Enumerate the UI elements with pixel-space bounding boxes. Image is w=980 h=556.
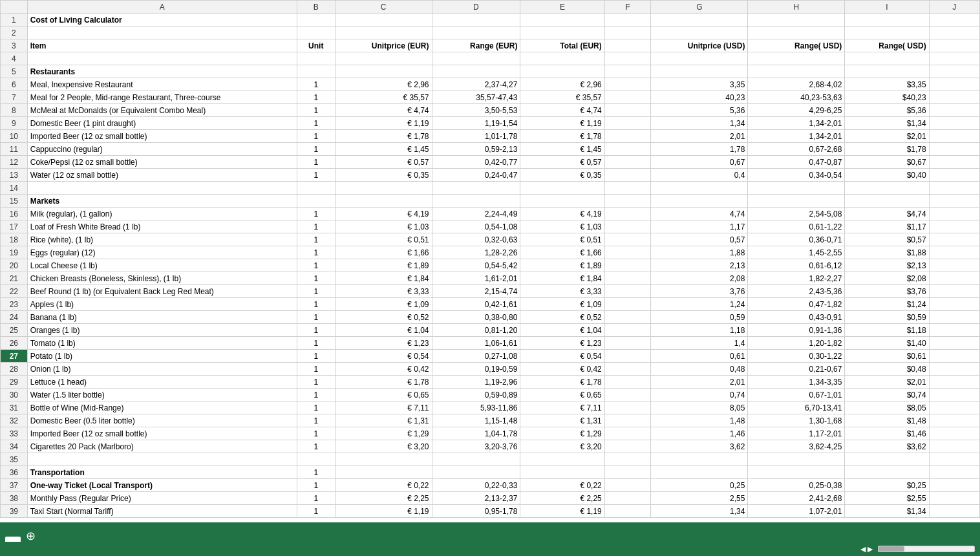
cell-d-5[interactable] — [432, 65, 520, 78]
cell-d-1[interactable] — [432, 14, 520, 27]
cell-f-18[interactable] — [604, 233, 651, 246]
cell-i-4[interactable] — [845, 52, 929, 65]
cell-g-15[interactable] — [651, 195, 748, 208]
cell-f-29[interactable] — [604, 376, 651, 389]
cell-d-3[interactable]: Range (EUR) — [432, 39, 520, 52]
cell-c-10[interactable]: € 1,78 — [335, 130, 432, 143]
cell-a-3[interactable]: Item — [27, 39, 297, 52]
cell-a-39[interactable]: Taxi Start (Normal Tariff) — [27, 505, 297, 518]
cell-a-26[interactable]: Tomato (1 lb) — [27, 337, 297, 350]
cell-f-1[interactable] — [604, 14, 651, 27]
cell-b-29[interactable]: 1 — [297, 376, 335, 389]
cell-f-5[interactable] — [604, 65, 651, 78]
cell-a-19[interactable]: Eggs (regular) (12) — [27, 246, 297, 259]
cell-d-19[interactable]: 1,28-2,26 — [432, 246, 520, 259]
col-header-h[interactable]: H — [748, 1, 845, 14]
cell-c-16[interactable]: € 4,19 — [335, 208, 432, 220]
cell-h-25[interactable]: 0,91-1,36 — [748, 324, 845, 337]
cell-b-17[interactable]: 1 — [297, 220, 335, 233]
cell-e-24[interactable]: € 0,52 — [520, 311, 604, 324]
cell-a-20[interactable]: Local Cheese (1 lb) — [27, 259, 297, 272]
cell-d-14[interactable] — [432, 182, 520, 195]
cell-d-38[interactable]: 2,13-2,37 — [432, 492, 520, 505]
cell-e-15[interactable] — [520, 195, 604, 208]
cell-a-27[interactable]: Potato (1 lb) — [27, 350, 297, 363]
cell-a-9[interactable]: Domestic Beer (1 pint draught) — [27, 117, 297, 130]
cell-a-8[interactable]: McMeal at McDonalds (or Equivalent Combo… — [27, 104, 297, 117]
cell-g-17[interactable]: 1,17 — [651, 220, 748, 233]
cell-c-26[interactable]: € 1,23 — [335, 337, 432, 350]
cell-g-34[interactable]: 3,62 — [651, 440, 748, 453]
cell-j-31[interactable] — [929, 401, 979, 414]
cell-g-5[interactable] — [651, 65, 748, 78]
cell-h-4[interactable] — [748, 52, 845, 65]
cell-e-4[interactable] — [520, 52, 604, 65]
cell-a-13[interactable]: Water (12 oz small bottle) — [27, 169, 297, 182]
cell-a-33[interactable]: Imported Beer (12 oz small bottle) — [27, 427, 297, 440]
cell-b-13[interactable]: 1 — [297, 169, 335, 182]
cell-b-6[interactable]: 1 — [297, 78, 335, 91]
cell-d-28[interactable]: 0,19-0,59 — [432, 363, 520, 376]
cell-a-21[interactable]: Chicken Breasts (Boneless, Skinless), (1… — [27, 272, 297, 285]
cell-a-4[interactable] — [27, 52, 297, 65]
cell-j-3[interactable] — [929, 39, 979, 52]
cell-f-37[interactable] — [604, 479, 651, 492]
cell-c-25[interactable]: € 1,04 — [335, 324, 432, 337]
cell-g-29[interactable]: 2,01 — [651, 376, 748, 389]
cell-g-27[interactable]: 0,61 — [651, 350, 748, 363]
cell-b-31[interactable]: 1 — [297, 401, 335, 414]
cell-d-21[interactable]: 1,61-2,01 — [432, 272, 520, 285]
cell-c-2[interactable] — [335, 27, 432, 39]
cell-c-4[interactable] — [335, 52, 432, 65]
cell-b-18[interactable]: 1 — [297, 233, 335, 246]
row-number[interactable]: 5 — [1, 65, 28, 78]
cell-j-29[interactable] — [929, 376, 979, 389]
cell-a-22[interactable]: Beef Round (1 lb) (or Equivalent Back Le… — [27, 285, 297, 298]
cell-i-23[interactable]: $1,24 — [845, 298, 929, 311]
cell-b-26[interactable]: 1 — [297, 337, 335, 350]
cell-i-21[interactable]: $2,08 — [845, 272, 929, 285]
row-number[interactable]: 2 — [1, 27, 28, 39]
cell-c-24[interactable]: € 0,52 — [335, 311, 432, 324]
cell-j-6[interactable] — [929, 78, 979, 91]
cell-e-39[interactable]: € 1,19 — [520, 505, 604, 518]
cell-e-37[interactable]: € 0,22 — [520, 479, 604, 492]
row-number[interactable]: 6 — [1, 78, 28, 91]
cell-i-34[interactable]: $3,62 — [845, 440, 929, 453]
cell-h-11[interactable]: 0,67-2,68 — [748, 143, 845, 156]
cell-i-18[interactable]: $0,57 — [845, 233, 929, 246]
cell-j-32[interactable] — [929, 414, 979, 427]
row-number[interactable]: 7 — [1, 91, 28, 104]
cell-b-32[interactable]: 1 — [297, 414, 335, 427]
cell-e-8[interactable]: € 4,74 — [520, 104, 604, 117]
cell-h-5[interactable] — [748, 65, 845, 78]
cell-b-9[interactable]: 1 — [297, 117, 335, 130]
cell-g-18[interactable]: 0,57 — [651, 233, 748, 246]
cell-i-37[interactable]: $0,25 — [845, 479, 929, 492]
cell-d-35[interactable] — [432, 453, 520, 466]
cell-f-15[interactable] — [604, 195, 651, 208]
cell-b-11[interactable]: 1 — [297, 143, 335, 156]
cell-g-20[interactable]: 2,13 — [651, 259, 748, 272]
col-header-i[interactable]: I — [845, 1, 929, 14]
cell-a-34[interactable]: Cigarettes 20 Pack (Marlboro) — [27, 440, 297, 453]
cell-a-24[interactable]: Banana (1 lb) — [27, 311, 297, 324]
cell-h-1[interactable] — [748, 14, 845, 27]
cell-e-32[interactable]: € 1,31 — [520, 414, 604, 427]
cell-j-1[interactable] — [929, 14, 979, 27]
cell-g-14[interactable] — [651, 182, 748, 195]
cell-c-27[interactable]: € 0,54 — [335, 350, 432, 363]
cell-e-14[interactable] — [520, 182, 604, 195]
cell-b-36[interactable]: 1 — [297, 466, 335, 479]
cell-g-24[interactable]: 0,59 — [651, 311, 748, 324]
cell-i-33[interactable]: $1,46 — [845, 427, 929, 440]
cell-a-30[interactable]: Water (1.5 liter bottle) — [27, 389, 297, 401]
row-number[interactable]: 33 — [1, 427, 28, 440]
cell-a-17[interactable]: Loaf of Fresh White Bread (1 lb) — [27, 220, 297, 233]
cell-c-15[interactable] — [335, 195, 432, 208]
cell-j-26[interactable] — [929, 337, 979, 350]
cell-b-5[interactable] — [297, 65, 335, 78]
cell-e-27[interactable]: € 0,54 — [520, 350, 604, 363]
cell-b-8[interactable]: 1 — [297, 104, 335, 117]
cell-d-25[interactable]: 0,81-1,20 — [432, 324, 520, 337]
